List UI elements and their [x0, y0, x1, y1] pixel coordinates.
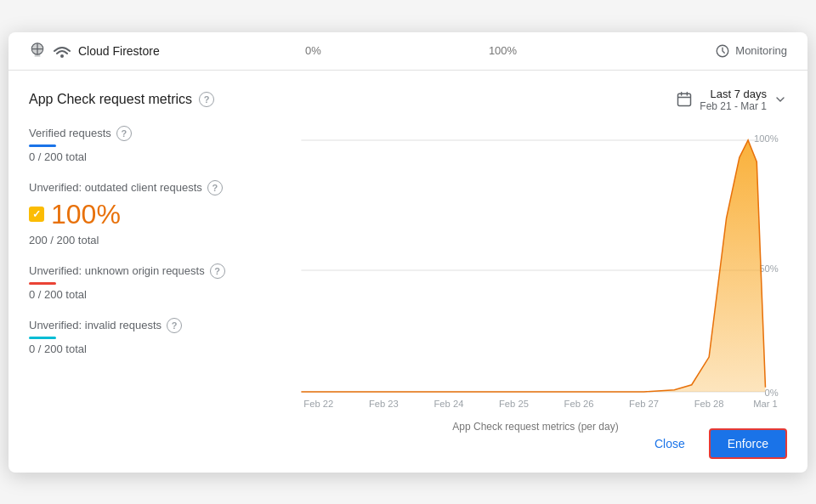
- metric-outdated: Unverified: outdated client requests ? 1…: [29, 180, 284, 246]
- top-bar: Cloud Firestore 0% 100% Monitoring: [8, 32, 808, 71]
- content-grid: Verified requests ? 0 / 200 total Unveri…: [29, 126, 787, 415]
- svg-text:Feb 25: Feb 25: [499, 399, 529, 409]
- metric-invalid: Unverified: invalid requests ? 0 / 200 t…: [29, 318, 284, 355]
- svg-text:Feb 28: Feb 28: [694, 399, 724, 409]
- svg-text:Feb 22: Feb 22: [303, 399, 333, 409]
- date-range-main: Last 7 days: [700, 88, 767, 100]
- metric-verified-count: 0 / 200 total: [29, 150, 284, 163]
- metric-unknown-label: Unverified: unknown origin requests ?: [29, 263, 284, 279]
- metric-verified-label: Verified requests ?: [29, 126, 284, 141]
- section-help-icon[interactable]: ?: [199, 92, 214, 107]
- metric-outdated-checkbox: [29, 207, 44, 222]
- calendar-icon: [676, 91, 693, 108]
- main-content: App Check request metrics ? Last 7 days …: [8, 71, 808, 415]
- chevron-down-icon: [774, 93, 787, 106]
- svg-text:Feb 27: Feb 27: [629, 399, 659, 409]
- metric-outdated-count: 200 / 200 total: [29, 234, 284, 246]
- metric-unknown-count: 0 / 200 total: [29, 288, 284, 301]
- svg-rect-4: [678, 93, 691, 105]
- svg-text:50%: 50%: [759, 263, 778, 274]
- metric-verified-line: [29, 144, 56, 147]
- metric-invalid-count: 0 / 200 total: [29, 343, 284, 355]
- service-info: Cloud Firestore: [29, 42, 218, 59]
- date-range-text: Last 7 days Feb 21 - Mar 1: [700, 88, 767, 112]
- metric-unknown-help-icon[interactable]: ?: [210, 263, 225, 279]
- metric-outdated-help-icon[interactable]: ?: [207, 180, 223, 195]
- firestore-icon: [29, 42, 46, 59]
- section-title: App Check request metrics: [29, 92, 192, 107]
- service-name: Cloud Firestore: [78, 44, 160, 58]
- svg-text:Feb 24: Feb 24: [434, 399, 463, 409]
- chart-x-label: App Check request metrics (per day): [284, 421, 787, 439]
- metric-outdated-value: 100%: [51, 199, 121, 230]
- svg-text:Mar 1: Mar 1: [753, 399, 778, 409]
- metric-outdated-label: Unverified: outdated client requests ?: [29, 180, 284, 195]
- monitoring-label: Monitoring: [735, 44, 787, 57]
- metrics-panel: Verified requests ? 0 / 200 total Unveri…: [29, 126, 284, 415]
- chart-svg: 100% 50% 0%: [284, 126, 787, 415]
- metric-invalid-label: Unverified: invalid requests ?: [29, 318, 284, 333]
- clock-icon: [715, 43, 730, 59]
- svg-text:Feb 23: Feb 23: [369, 399, 399, 409]
- metric-unknown: Unverified: unknown origin requests ? 0 …: [29, 263, 284, 301]
- svg-text:0%: 0%: [765, 388, 779, 398]
- monitoring-link[interactable]: Monitoring: [598, 43, 787, 59]
- section-title-container: App Check request metrics ?: [29, 92, 214, 107]
- svg-point-2: [60, 54, 64, 58]
- date-range-sub: Feb 21 - Mar 1: [700, 100, 767, 112]
- metric-invalid-help-icon[interactable]: ?: [167, 318, 182, 333]
- pct-100: 100%: [408, 44, 598, 57]
- svg-text:Feb 26: Feb 26: [564, 399, 594, 409]
- metric-outdated-large: 100%: [29, 199, 284, 230]
- cloud-firestore-icon: [53, 43, 71, 59]
- metric-verified: Verified requests ? 0 / 200 total: [29, 126, 284, 163]
- chart-area: 100% 50% 0%: [284, 126, 787, 415]
- metric-verified-help-icon[interactable]: ?: [116, 126, 132, 141]
- dialog: Cloud Firestore 0% 100% Monitoring App C…: [8, 32, 808, 473]
- metric-invalid-line: [29, 337, 56, 339]
- metric-unknown-line: [29, 282, 56, 285]
- section-header: App Check request metrics ? Last 7 days …: [29, 88, 787, 112]
- pct-0: 0%: [218, 44, 408, 57]
- date-range-selector[interactable]: Last 7 days Feb 21 - Mar 1: [676, 88, 787, 112]
- svg-text:100%: 100%: [754, 133, 779, 143]
